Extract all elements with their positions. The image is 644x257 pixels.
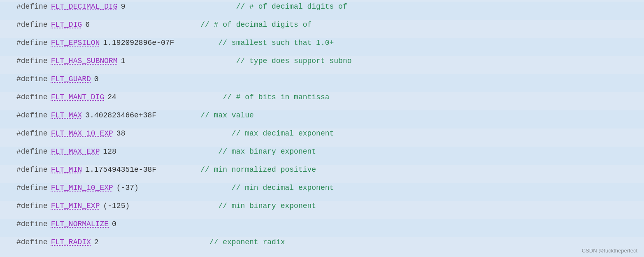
macro-identifier: FLT_MAX_EXP <box>51 147 100 156</box>
code-container: #defineFLT_DECIMAL_DIG9// # of decimal d… <box>0 0 644 257</box>
macro-identifier: FLT_DECIMAL_DIG <box>51 2 118 11</box>
code-comment: // min normalized positive <box>200 166 316 174</box>
table-row: #defineFLT_MAX3.402823466e+38F// max val… <box>0 110 644 128</box>
table-row: #defineFLT_MIN_10_EXP(-37)// min decimal… <box>0 183 644 201</box>
table-row: #defineFLT_MAX_10_EXP38// max decimal ex… <box>0 128 644 147</box>
macro-value: 3.402823466e+38F <box>85 111 192 119</box>
table-row: #defineFLT_NORMALIZE0 <box>0 219 644 237</box>
keyword: #define <box>16 57 48 65</box>
macro-identifier: FLT_NORMALIZE <box>51 220 109 228</box>
macro-value: 1.192092896e-07F <box>103 39 210 47</box>
keyword: #define <box>16 75 48 83</box>
code-comment: // # of decimal digits of <box>236 2 347 11</box>
table-row: #defineFLT_DIG6// # of decimal digits of <box>0 20 644 38</box>
code-comment: // max decimal exponent <box>232 129 334 138</box>
code-comment: // min decimal exponent <box>232 184 334 192</box>
macro-value: 1 <box>121 57 228 65</box>
code-comment: // min binary exponent <box>218 202 316 210</box>
keyword: #define <box>16 39 48 47</box>
macro-identifier: FLT_MANT_DIG <box>51 93 105 101</box>
macro-value: 2 <box>94 238 201 246</box>
macro-value: 128 <box>103 147 210 156</box>
table-row: #defineFLT_GUARD0 <box>0 74 644 92</box>
code-comment: // exponent radix <box>209 238 285 246</box>
table-row: #defineFLT_MANT_DIG24// # of bits in man… <box>0 92 644 110</box>
macro-value: 9 <box>121 2 228 11</box>
keyword: #define <box>16 166 48 174</box>
macro-identifier: FLT_DIG <box>51 21 82 29</box>
watermark-text: CSDN @fucktheperfect <box>582 248 637 254</box>
macro-identifier: FLT_MIN_EXP <box>51 202 100 210</box>
macro-value: 6 <box>85 21 192 29</box>
macro-value: (-125) <box>103 202 210 210</box>
macro-identifier: FLT_MIN <box>51 166 82 174</box>
macro-identifier: FLT_EPSILON <box>51 39 100 47</box>
macro-value: 0 <box>94 75 201 83</box>
table-row: #defineFLT_EPSILON1.192092896e-07F// sma… <box>0 38 644 56</box>
table-row: #defineFLT_HAS_SUBNORM1// type does supp… <box>0 56 644 74</box>
macro-value: 38 <box>116 129 223 138</box>
table-row: #defineFLT_MAX_EXP128// max binary expon… <box>0 147 644 165</box>
table-row: #defineFLT_DECIMAL_DIG9// # of decimal d… <box>0 2 644 20</box>
code-comment: // max binary exponent <box>218 147 316 156</box>
keyword: #define <box>16 21 48 29</box>
macro-identifier: FLT_HAS_SUBNORM <box>51 57 118 65</box>
table-row: #defineFLT_RADIX2// exponent radix <box>0 237 644 255</box>
keyword: #define <box>16 220 48 228</box>
code-comment: // # of bits in mantissa <box>223 93 329 101</box>
table-row: #defineFLT_MIN1.175494351e-38F// min nor… <box>0 165 644 183</box>
keyword: #define <box>16 93 48 101</box>
macro-identifier: FLT_MIN_10_EXP <box>51 184 113 192</box>
macro-value: (-37) <box>116 184 223 192</box>
keyword: #define <box>16 2 48 11</box>
macro-identifier: FLT_MAX <box>51 111 82 119</box>
macro-value: 24 <box>107 93 214 101</box>
table-row: #defineFLT_MIN_EXP(-125)// min binary ex… <box>0 201 644 219</box>
code-comment: // max value <box>200 111 254 119</box>
keyword: #define <box>16 111 48 119</box>
keyword: #define <box>16 147 48 156</box>
macro-identifier: FLT_MAX_10_EXP <box>51 129 113 138</box>
keyword: #define <box>16 129 48 138</box>
code-comment: // # of decimal digits of <box>200 21 312 29</box>
keyword: #define <box>16 184 48 192</box>
keyword: #define <box>16 202 48 210</box>
keyword: #define <box>16 238 48 246</box>
macro-identifier: FLT_GUARD <box>51 75 91 83</box>
macro-identifier: FLT_RADIX <box>51 238 91 246</box>
code-comment: // smallest such that 1.0+ <box>218 39 334 47</box>
macro-value: 0 <box>112 220 219 228</box>
code-comment: // type does support subno <box>236 57 352 65</box>
macro-value: 1.175494351e-38F <box>85 166 192 174</box>
